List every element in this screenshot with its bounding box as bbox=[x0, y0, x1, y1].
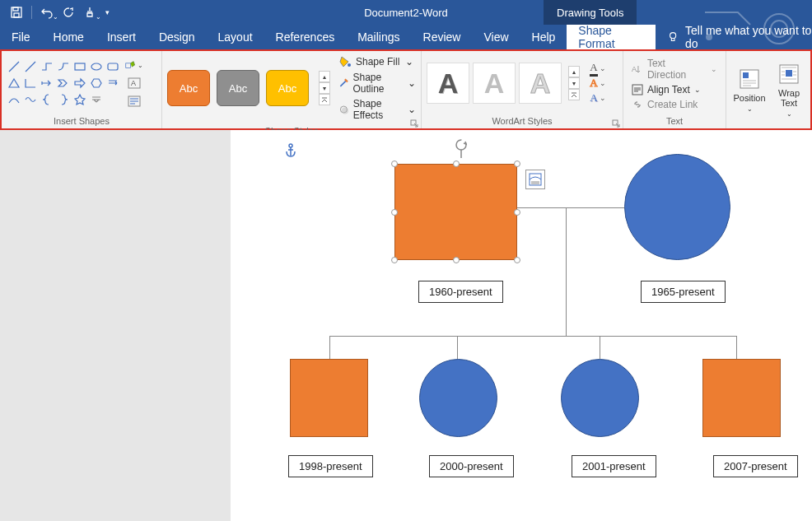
circle-shape[interactable] bbox=[561, 359, 639, 437]
shape-star-icon[interactable] bbox=[72, 92, 87, 107]
text-fill-button[interactable]: A⌄ bbox=[586, 62, 609, 75]
gallery-down-button[interactable]: ▾ bbox=[568, 77, 580, 89]
shape-rectangle-icon[interactable] bbox=[72, 59, 87, 74]
shape-chevron-icon[interactable] bbox=[56, 76, 71, 91]
shape-hexagon-icon[interactable] bbox=[89, 76, 104, 91]
gallery-up-button[interactable]: ▴ bbox=[319, 71, 330, 82]
resize-handle[interactable] bbox=[514, 160, 520, 167]
layout-options-button[interactable] bbox=[525, 170, 545, 189]
wordart-gallery[interactable]: A A A ▴ ▾ bbox=[427, 63, 580, 104]
gallery-up-button[interactable]: ▴ bbox=[568, 66, 580, 77]
tab-shape-format[interactable]: Shape Format bbox=[567, 25, 655, 49]
group-insert-shapes: ⌄ A Insert Shapes bbox=[2, 51, 162, 128]
shape-more-button[interactable] bbox=[89, 92, 104, 107]
customize-qat-button[interactable]: ▾ bbox=[101, 2, 113, 22]
tab-mailings[interactable]: Mailings bbox=[346, 25, 411, 49]
wordart-preset-3[interactable]: A bbox=[519, 63, 562, 104]
gallery-more-button[interactable] bbox=[568, 89, 580, 100]
style-preset-2[interactable]: Abc bbox=[217, 70, 259, 106]
tab-references[interactable]: References bbox=[264, 25, 347, 49]
draw-textbox-button[interactable]: A bbox=[125, 75, 143, 91]
edit-shape-button[interactable]: ⌄ bbox=[125, 57, 143, 73]
resize-handle[interactable] bbox=[453, 160, 460, 167]
dialog-launcher[interactable] bbox=[612, 119, 620, 127]
resize-handle[interactable] bbox=[391, 257, 398, 263]
shape-oval-icon[interactable] bbox=[89, 59, 104, 74]
label-textbox[interactable]: 1998-present bbox=[288, 455, 373, 477]
circle-shape[interactable] bbox=[419, 359, 497, 437]
save-button[interactable] bbox=[7, 2, 26, 22]
text-effects-button[interactable]: A⌄ bbox=[586, 91, 609, 105]
style-preset-3[interactable]: Abc bbox=[266, 70, 309, 106]
shape-outline-button[interactable]: Shape Outline⌄ bbox=[338, 71, 416, 95]
shape-effects-button[interactable]: Shape Effects⌄ bbox=[338, 97, 416, 122]
label-textbox[interactable]: 1960-present bbox=[418, 281, 503, 303]
group-label: Text bbox=[623, 115, 726, 128]
window-title: Document2 - Word bbox=[364, 7, 448, 19]
position-button[interactable]: Position⌄ bbox=[731, 63, 768, 118]
shape-rounded-rect-icon[interactable] bbox=[105, 59, 120, 74]
wordart-preset-1[interactable]: A bbox=[427, 63, 469, 104]
square-shape[interactable] bbox=[290, 359, 368, 437]
gallery-down-button[interactable]: ▾ bbox=[319, 82, 330, 94]
label-textbox[interactable]: 2001-present bbox=[572, 455, 656, 477]
circle-shape[interactable] bbox=[624, 154, 730, 260]
shape-brace-icon[interactable] bbox=[56, 92, 71, 107]
dialog-launcher[interactable] bbox=[410, 119, 418, 127]
shape-gallery[interactable] bbox=[7, 59, 120, 107]
undo-button[interactable]: ⌄ bbox=[37, 2, 57, 22]
shape-triangle-icon[interactable] bbox=[7, 76, 21, 91]
text-direction-button[interactable]: AText Direction⌄ bbox=[632, 58, 717, 81]
label-textbox[interactable]: 1965-present bbox=[641, 281, 726, 303]
shape-block-arrow-icon[interactable] bbox=[72, 76, 87, 91]
shape-style-gallery[interactable]: Abc Abc Abc ▴ ▾ bbox=[167, 70, 330, 106]
tab-review[interactable]: Review bbox=[412, 25, 473, 49]
tab-design[interactable]: Design bbox=[147, 25, 207, 49]
shape-connector-icon[interactable] bbox=[40, 59, 54, 74]
document-page[interactable]: 1960-present 1965-present 1998-present 2… bbox=[231, 130, 812, 521]
gallery-more-button[interactable] bbox=[319, 94, 330, 105]
resize-handle[interactable] bbox=[514, 209, 520, 216]
square-shape[interactable] bbox=[702, 359, 781, 437]
style-preset-1[interactable]: Abc bbox=[167, 70, 210, 106]
dropdown-caret-icon[interactable]: ⌄ bbox=[53, 13, 58, 21]
resize-handle[interactable] bbox=[391, 209, 398, 216]
tab-file[interactable]: File bbox=[0, 25, 42, 49]
label-textbox[interactable]: 2007-present bbox=[713, 455, 798, 477]
tab-layout[interactable]: Layout bbox=[207, 25, 264, 49]
shape-line-icon[interactable] bbox=[7, 59, 21, 74]
draw-textbox-button[interactable] bbox=[125, 93, 143, 109]
rotate-handle[interactable] bbox=[453, 138, 469, 158]
shape-wave-icon[interactable] bbox=[23, 92, 38, 107]
align-text-button[interactable]: Align Text⌄ bbox=[632, 84, 717, 95]
shape-line-icon[interactable] bbox=[23, 59, 38, 74]
shape-brace-icon[interactable] bbox=[40, 92, 54, 107]
wrap-text-button[interactable]: Wrap Text⌄ bbox=[771, 63, 807, 118]
shape-arc-icon[interactable] bbox=[7, 92, 21, 107]
svg-rect-2 bbox=[14, 13, 19, 17]
quick-access-toolbar: ⌄ ⌄ ▾ bbox=[0, 2, 113, 22]
resize-handle[interactable] bbox=[391, 160, 398, 167]
touch-mode-button[interactable]: ⌄ bbox=[80, 2, 100, 22]
text-outline-button[interactable]: A⌄ bbox=[586, 77, 609, 90]
dropdown-caret-icon[interactable]: ⌄ bbox=[96, 13, 101, 21]
tab-help[interactable]: Help bbox=[520, 25, 567, 49]
document-name: Document2 bbox=[364, 7, 418, 19]
shape-connector-icon[interactable] bbox=[56, 59, 71, 74]
tab-insert[interactable]: Insert bbox=[96, 25, 147, 49]
contextual-tab-title: Drawing Tools bbox=[544, 0, 637, 25]
resize-handle[interactable] bbox=[514, 257, 520, 263]
wordart-preset-2[interactable]: A bbox=[473, 63, 516, 104]
app-name: Word bbox=[422, 7, 448, 19]
label-textbox[interactable]: 2000-present bbox=[429, 455, 514, 477]
resize-handle[interactable] bbox=[453, 257, 460, 263]
create-link-button[interactable]: Create Link bbox=[632, 99, 717, 110]
shape-arrow-icon[interactable] bbox=[40, 76, 54, 91]
redo-button[interactable] bbox=[58, 2, 78, 22]
selected-rectangle-shape[interactable] bbox=[394, 164, 517, 260]
tab-view[interactable]: View bbox=[472, 25, 520, 49]
shape-fill-button[interactable]: Shape Fill⌄ bbox=[338, 54, 416, 69]
shape-corner-icon[interactable] bbox=[23, 76, 38, 91]
tab-home[interactable]: Home bbox=[42, 25, 96, 49]
shape-more-icon[interactable] bbox=[105, 76, 120, 91]
